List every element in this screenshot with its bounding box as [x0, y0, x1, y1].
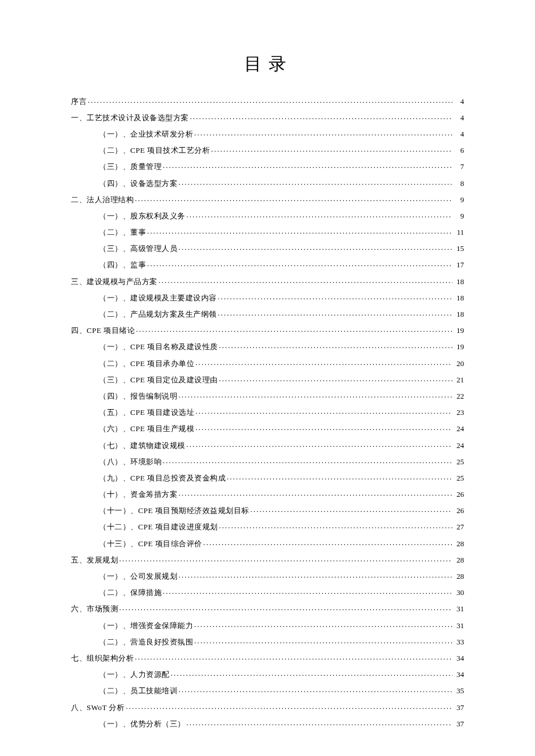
toc-leader-dots: [218, 293, 453, 300]
toc-entry-page: 7: [454, 163, 464, 170]
toc-leader-dots: [194, 129, 452, 137]
toc-entry: （五）、CPE 项目建设选址23: [71, 404, 464, 420]
toc-entry-label: 二、法人治理结构: [71, 196, 134, 203]
toc-entry-page: 31: [454, 622, 464, 629]
toc-entry-label: （九）、CPE 项目总投资及资金构成: [71, 474, 226, 482]
toc-entry: 二、法人治理结构9: [71, 191, 464, 207]
toc-leader-dots: [219, 522, 452, 529]
toc-entry-label: （一）、企业技术研发分析: [71, 130, 193, 138]
toc-leader-dots: [159, 277, 453, 284]
toc-entry-label: （二）、董事: [71, 228, 146, 236]
toc-entry-page: 9: [454, 196, 464, 203]
toc-entry-page: 37: [454, 704, 464, 711]
toc-entry-page: 25: [454, 458, 464, 465]
toc-leader-dots: [195, 407, 452, 415]
toc-entry-page: 33: [454, 638, 464, 646]
toc-entry-label: （七）、建筑物建设规模: [71, 442, 186, 449]
toc-entry-label: （二）、CPE 项目承办单位: [71, 360, 194, 367]
toc-entry-label: （一）、优势分析（三）: [71, 720, 186, 728]
toc-entry: （一）、人力资源配34: [71, 666, 464, 682]
toc-leader-dots: [171, 669, 453, 677]
toc-entry: （四）、报告编制说明22: [71, 387, 464, 403]
toc-entry: （二）、董事11: [71, 224, 464, 240]
toc-entry-page: 19: [454, 343, 464, 350]
toc-entry: 序言4: [71, 92, 464, 109]
toc-entry-label: （十二）、CPE 项目建设进度规划: [71, 523, 218, 531]
toc-entry-page: 15: [454, 245, 464, 252]
toc-leader-dots: [126, 703, 452, 710]
toc-entry: （十二）、CPE 项目建设进度规划27: [71, 518, 464, 535]
toc-leader-dots: [179, 243, 452, 251]
toc-entry-label: （三）、高级管理人员: [71, 245, 177, 252]
toc-entry-page: 4: [454, 98, 464, 105]
toc-entry-label: 一、工艺技术设计及设备选型方案: [71, 114, 189, 121]
toc-leader-dots: [119, 555, 452, 562]
toc-entry-label: 八、SWoT 分析: [71, 704, 124, 711]
toc-entry: （二）、产品规划方案及生产纲领18: [71, 305, 464, 321]
toc-entry-label: （二）、营造良好投资氛围: [71, 638, 193, 646]
toc-leader-dots: [163, 457, 452, 464]
toc-entry-label: 五、发展规划: [71, 556, 118, 564]
toc-entry: 三、建设规模与产品方案18: [71, 273, 464, 289]
toc-entry-label: （一）、人力资源配: [71, 671, 170, 678]
toc-leader-dots: [135, 195, 452, 202]
toc-leader-dots: [194, 637, 452, 644]
toc-entry-label: （十三）、CPE 项目综合评价: [71, 540, 202, 547]
table-of-contents: 序言4一、工艺技术设计及设备选型方案4（一）、企业技术研发分析4（二）、CPE …: [71, 92, 464, 731]
toc-entry: （四）、设备选型方案8: [71, 174, 464, 191]
toc-entry-page: 21: [454, 376, 464, 384]
toc-entry-label: （一）、增强资金保障能力: [71, 622, 193, 629]
toc-entry-page: 6: [454, 146, 464, 154]
toc-leader-dots: [163, 587, 452, 595]
toc-leader-dots: [187, 719, 453, 726]
toc-leader-dots: [187, 211, 453, 218]
toc-entry: （十）、资金筹措方案26: [71, 486, 464, 502]
toc-entry-page: 11: [454, 228, 464, 236]
toc-leader-dots: [204, 539, 452, 546]
toc-entry-label: （十一）、CPE 项目预期经济效益规划目标: [71, 507, 249, 514]
toc-entry-page: 34: [454, 671, 464, 678]
page-title: 目录: [73, 52, 464, 76]
toc-entry-label: （四）、监事: [71, 261, 146, 268]
toc-leader-dots: [88, 96, 452, 104]
toc-entry-page: 28: [454, 556, 464, 564]
toc-leader-dots: [194, 621, 452, 628]
toc-entry: （一）、公司发展规划28: [71, 567, 464, 583]
toc-entry: （二）、保障措施30: [71, 584, 464, 600]
toc-entry: 四、CPE 项目绪论19: [71, 322, 464, 338]
toc-entry-label: 序言: [71, 98, 87, 105]
toc-entry: 一、工艺技术设计及设备选型方案4: [71, 109, 464, 125]
toc-entry: （一）、股东权利及义务9: [71, 207, 464, 223]
toc-entry: （三）、高级管理人员15: [71, 240, 464, 256]
toc-entry-page: 27: [454, 523, 464, 531]
toc-entry-page: 37: [454, 720, 464, 728]
toc-entry-page: 30: [454, 589, 464, 596]
toc-entry: （三）、CPE 项目定位及建设理由21: [71, 371, 464, 387]
toc-leader-dots: [179, 391, 452, 399]
toc-entry-page: 18: [454, 294, 464, 302]
toc-entry-page: 28: [454, 540, 464, 547]
toc-leader-dots: [211, 145, 452, 153]
toc-entry-page: 18: [454, 278, 464, 285]
toc-entry: （一）、CPE 项目名称及建设性质19: [71, 338, 464, 354]
toc-entry-label: （四）、报告编制说明: [71, 392, 177, 400]
toc-entry: （六）、CPE 项目生产规模24: [71, 420, 464, 436]
toc-entry-page: 22: [454, 392, 464, 400]
toc-leader-dots: [179, 686, 452, 693]
toc-entry-label: （一）、股东权利及义务: [71, 212, 186, 220]
toc-entry-page: 28: [454, 572, 464, 580]
toc-entry-label: 三、建设规模与产品方案: [71, 278, 158, 285]
toc-entry-page: 23: [454, 409, 464, 416]
toc-leader-dots: [147, 260, 452, 267]
toc-entry-label: 七、组织架构分析: [71, 654, 134, 662]
toc-leader-dots: [119, 604, 452, 611]
toc-leader-dots: [218, 309, 453, 317]
toc-entry-label: （一）、建设规模及主要建设内容: [71, 294, 217, 302]
toc-entry: 七、组织架构分析34: [71, 649, 464, 665]
toc-leader-dots: [195, 424, 452, 431]
toc-entry-label: （一）、CPE 项目名称及建设性质: [71, 343, 218, 350]
toc-entry-page: 20: [454, 360, 464, 367]
toc-leader-dots: [219, 375, 452, 382]
toc-leader-dots: [136, 325, 452, 333]
toc-entry-label: （三）、CPE 项目定位及建设理由: [71, 376, 218, 384]
